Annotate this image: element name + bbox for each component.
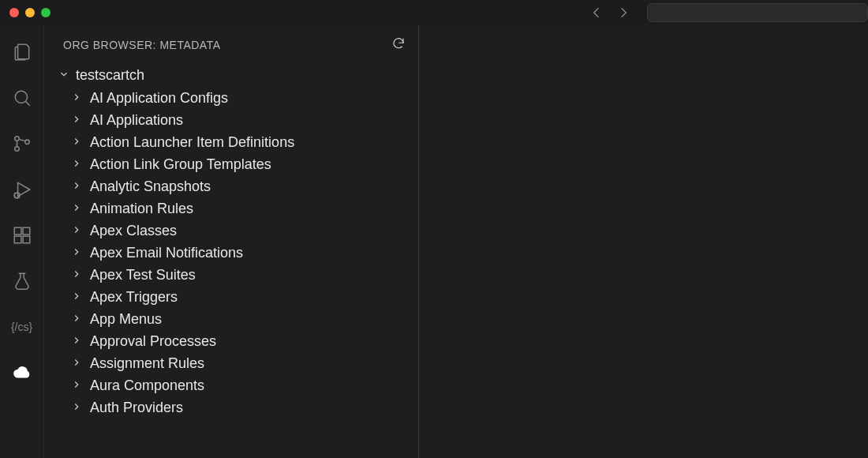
code-snippets-tab[interactable]: {/cs}: [11, 316, 33, 338]
tree-item[interactable]: Approval Processes: [44, 330, 418, 352]
source-control-tab[interactable]: [11, 133, 33, 155]
activity-bar: {/cs}: [0, 25, 44, 458]
chevron-right-icon: [71, 201, 82, 217]
nav-forward-button[interactable]: [615, 5, 631, 21]
svg-rect-5: [14, 227, 21, 235]
nav-back-button[interactable]: [589, 5, 604, 21]
chevron-right-icon: [71, 156, 82, 173]
editor-area: [419, 25, 868, 458]
tree-item[interactable]: Action Launcher Item Definitions: [44, 131, 418, 153]
org-browser-tab[interactable]: [11, 362, 33, 384]
search-tab[interactable]: [11, 87, 33, 109]
tree-item-label: Approval Processes: [90, 333, 216, 350]
tree-item-label: AI Applications: [90, 112, 183, 129]
chevron-right-icon: [71, 311, 82, 328]
tree-item[interactable]: Auth Providers: [44, 396, 418, 419]
svg-point-1: [14, 137, 18, 141]
svg-rect-8: [23, 227, 30, 235]
chevron-right-icon: [71, 289, 82, 306]
tree-item-label: Action Launcher Item Definitions: [90, 134, 294, 151]
tree-item-label: Apex Email Notifications: [90, 245, 243, 261]
org-browser-panel: ORG BROWSER: METADATA testscartch AI App…: [44, 25, 419, 458]
tree-item-label: Auth Providers: [90, 400, 183, 416]
tree-item[interactable]: Apex Test Suites: [44, 264, 418, 286]
chevron-right-icon: [71, 355, 82, 372]
tree-item-label: Animation Rules: [90, 201, 193, 217]
window-controls: [0, 8, 51, 17]
tree-item[interactable]: AI Applications: [44, 109, 418, 131]
tree-item[interactable]: Action Link Group Templates: [44, 153, 418, 175]
extensions-tab[interactable]: [11, 224, 33, 246]
tree-item-label: Apex Classes: [90, 223, 177, 239]
tree-item-label: AI Application Configs: [90, 90, 228, 107]
panel-header: ORG BROWSER: METADATA: [44, 25, 418, 59]
tree-item[interactable]: Apex Email Notifications: [44, 242, 418, 264]
chevron-right-icon: [71, 333, 82, 350]
tree-item-label: Action Link Group Templates: [90, 156, 271, 173]
tree-item-label: Aura Components: [90, 377, 204, 394]
window-minimize-button[interactable]: [25, 8, 35, 17]
panel-title: ORG BROWSER: METADATA: [63, 39, 221, 51]
svg-rect-6: [14, 236, 21, 243]
tree-item[interactable]: Analytic Snapshots: [44, 175, 418, 197]
chevron-right-icon: [71, 267, 82, 283]
chevron-right-icon: [71, 134, 82, 151]
window-close-button[interactable]: [9, 8, 19, 17]
command-center-search[interactable]: [647, 3, 868, 22]
svg-point-0: [15, 91, 27, 103]
chevron-right-icon: [71, 245, 82, 261]
svg-point-2: [14, 147, 18, 151]
tree-item[interactable]: Apex Triggers: [44, 286, 418, 308]
metadata-tree: testscartch AI Application ConfigsAI App…: [44, 59, 418, 425]
svg-rect-7: [23, 236, 30, 243]
chevron-down-icon: [58, 67, 69, 84]
tree-item-label: Assignment Rules: [90, 355, 204, 372]
tree-item[interactable]: Animation Rules: [44, 197, 418, 220]
tree-item[interactable]: Aura Components: [44, 374, 418, 396]
main-area: {/cs} ORG BROWSER: METADATA testscartch …: [0, 25, 868, 458]
window-maximize-button[interactable]: [41, 8, 51, 17]
chevron-right-icon: [71, 90, 82, 107]
tree-item-label: Apex Test Suites: [90, 267, 196, 283]
refresh-icon[interactable]: [391, 36, 406, 53]
title-bar-right-group: [589, 0, 868, 25]
tree-item[interactable]: Apex Classes: [44, 220, 418, 242]
testing-tab[interactable]: [11, 270, 33, 292]
chevron-right-icon: [71, 377, 82, 394]
tree-item-label: Apex Triggers: [90, 289, 178, 306]
tree-item-label: App Menus: [90, 311, 162, 328]
chevron-right-icon: [71, 112, 82, 129]
tree-item[interactable]: AI Application Configs: [44, 87, 418, 109]
tree-item[interactable]: App Menus: [44, 308, 418, 330]
tree-item[interactable]: Assignment Rules: [44, 352, 418, 374]
code-snippets-label: {/cs}: [11, 321, 32, 333]
run-and-debug-tab[interactable]: [11, 178, 33, 201]
window-title-bar: [0, 0, 868, 25]
chevron-right-icon: [71, 223, 82, 239]
chevron-right-icon: [71, 178, 82, 195]
explorer-tab[interactable]: [11, 41, 33, 63]
tree-root[interactable]: testscartch: [44, 64, 418, 87]
tree-item-label: Analytic Snapshots: [90, 178, 211, 195]
tree-root-label: testscartch: [76, 67, 144, 84]
chevron-right-icon: [71, 400, 82, 416]
svg-point-3: [24, 140, 28, 144]
